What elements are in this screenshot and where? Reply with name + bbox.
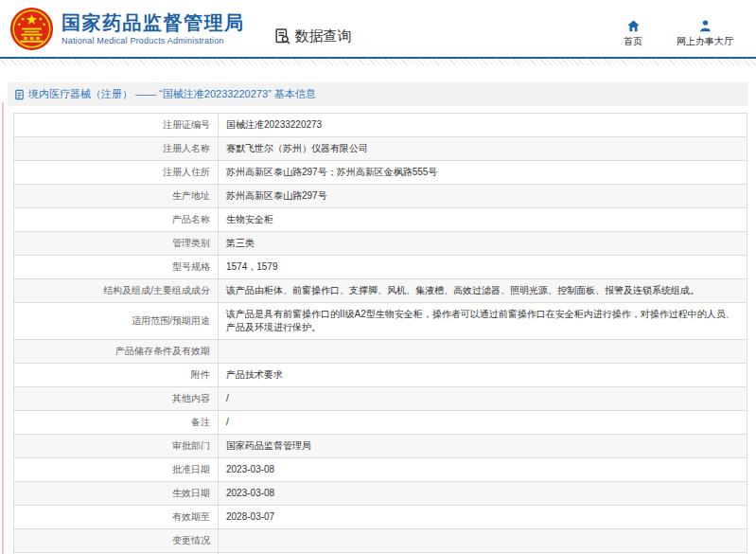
table-row: 其他内容/	[14, 387, 747, 411]
document-search-icon	[273, 27, 291, 45]
row-label: 附件	[14, 364, 219, 387]
row-value: 国家药品监督管理局	[219, 435, 747, 458]
data-query-label: 数据查询	[295, 27, 352, 45]
table-row: 有效期至2028-03-07	[14, 506, 747, 529]
row-label: 结构及组成/主要组成成分	[14, 279, 219, 303]
row-value: /	[219, 387, 747, 411]
document-icon	[14, 89, 25, 100]
row-value: 生物安全柜	[219, 208, 747, 232]
org-name-cn: 国家药品监督管理局	[62, 11, 245, 34]
row-label: 变更情况	[14, 529, 219, 553]
table-row: 型号规格1574，1579	[14, 256, 747, 279]
table-row: 备注/	[14, 411, 747, 435]
nav-service-hall[interactable]: 网上办事大厅	[677, 19, 733, 48]
row-value: 2023-03-08	[219, 482, 747, 506]
nav-home[interactable]: 首页	[624, 19, 642, 48]
row-label: 生效日期	[14, 482, 219, 506]
table-row: 审批部门国家药品监督管理局	[14, 435, 747, 458]
national-emblem-icon	[9, 7, 54, 51]
row-label: 备注	[14, 411, 219, 435]
org-titles: 国家药品监督管理局 National Medical Products Admi…	[62, 11, 245, 45]
table-row: 注册人名称赛默飞世尔（苏州）仪器有限公司	[14, 137, 747, 161]
row-value: 该产品由柜体、前窗操作口、支撑脚、风机、集液槽、高效过滤器、照明光源、控制面板、…	[219, 279, 747, 303]
org-name-en: National Medical Products Administration	[62, 36, 245, 45]
row-label: 审批部门	[14, 435, 219, 458]
table-row: 变更情况	[14, 529, 747, 553]
table-row: 附件产品技术要求	[14, 364, 747, 387]
row-value: 苏州高新区泰山路297号；苏州高新区金枫路555号	[219, 161, 747, 185]
row-label: 注册证编号	[14, 114, 219, 137]
table-row: 注册人住所苏州高新区泰山路297号；苏州高新区金枫路555号	[14, 161, 747, 185]
row-value: 2023-03-08	[219, 458, 747, 482]
nav-home-label: 首页	[624, 35, 642, 48]
row-label: 生产地址	[14, 185, 219, 208]
table-row: 生产地址苏州高新区泰山路297号	[14, 185, 747, 208]
table-row: 生效日期2023-03-08	[14, 482, 747, 506]
nmpa-logo[interactable]: 国家药品监督管理局 National Medical Products Admi…	[9, 7, 245, 51]
table-row: 结构及组成/主要组成成分该产品由柜体、前窗操作口、支撑脚、风机、集液槽、高效过滤…	[14, 279, 747, 303]
row-label: 有效期至	[14, 506, 219, 529]
row-value: 1574，1579	[219, 256, 747, 279]
nav-hall-label: 网上办事大厅	[677, 35, 733, 48]
row-value: 赛默飞世尔（苏州）仪器有限公司	[219, 137, 747, 161]
row-value	[219, 340, 747, 364]
user-icon	[698, 19, 712, 33]
row-label: 注册人住所	[14, 161, 219, 185]
row-value: /	[219, 411, 747, 435]
row-value: 第三类	[219, 232, 747, 256]
table-row: 适用范围/预期用途该产品是具有前窗操作口的II级A2型生物安全柜，操作者可以通过…	[14, 303, 747, 340]
row-label: 产品名称	[14, 208, 219, 232]
breadcrumb: 境内医疗器械（注册） —— “国械注准20233220273” 基本信息	[8, 82, 748, 106]
home-icon	[626, 19, 641, 33]
info-table: 注册证编号国械注准20233220273注册人名称赛默飞世尔（苏州）仪器有限公司…	[13, 113, 747, 554]
site-header: 国家药品监督管理局 National Medical Products Admi…	[0, 0, 756, 57]
left-accent-line	[2, 102, 4, 554]
row-value: 产品技术要求	[219, 364, 747, 387]
row-value: 2028-03-07	[219, 506, 747, 529]
row-label: 适用范围/预期用途	[14, 303, 219, 340]
row-label: 产品储存条件及有效期	[14, 340, 219, 364]
table-row: 管理类别第三类	[14, 232, 747, 256]
row-value: 国械注准20233220273	[219, 114, 747, 137]
table-row: 产品储存条件及有效期	[14, 340, 747, 364]
row-label: 管理类别	[14, 232, 219, 256]
info-table-body: 注册证编号国械注准20233220273注册人名称赛默飞世尔（苏州）仪器有限公司…	[14, 114, 747, 554]
table-row: 产品名称生物安全柜	[14, 208, 747, 232]
row-label: 注册人名称	[14, 137, 219, 161]
row-label: 型号规格	[14, 256, 219, 279]
table-row: 批准日期2023-03-08	[14, 458, 747, 482]
data-query-title[interactable]: 数据查询	[273, 27, 352, 45]
breadcrumb-text: 境内医疗器械（注册） —— “国械注准20233220273” 基本信息	[28, 87, 316, 101]
row-label: 批准日期	[14, 458, 219, 482]
row-value	[219, 529, 747, 553]
row-value: 苏州高新区泰山路297号	[219, 185, 747, 208]
hatch-strip	[0, 59, 756, 65]
row-label: 其他内容	[14, 387, 219, 411]
row-value: 该产品是具有前窗操作口的II级A2型生物安全柜，操作者可以通过前窗操作口在安全柜…	[219, 303, 747, 340]
table-row: 注册证编号国械注准20233220273	[14, 114, 747, 137]
